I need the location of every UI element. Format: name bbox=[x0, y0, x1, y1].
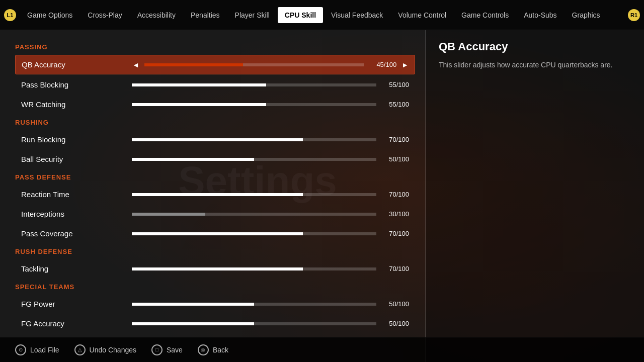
slider-container-run-blocking: 70/100 bbox=[132, 136, 409, 143]
setting-name-tackling: Tackling bbox=[21, 264, 132, 273]
setting-row-tackling[interactable]: Tackling70/100 bbox=[15, 259, 415, 278]
section-header-rush-defense: RUSH DEFENSE bbox=[15, 248, 415, 255]
save-label: Save bbox=[167, 346, 183, 354]
slider-track-tackling[interactable] bbox=[132, 267, 376, 270]
slider-container-pass-blocking: 55/100 bbox=[132, 81, 409, 88]
slider-value-reaction-time: 70/100 bbox=[381, 191, 409, 198]
slider-value-fg-accuracy: 50/100 bbox=[381, 320, 409, 327]
section-passing: PASSINGQB Accuracy◄45/100►Pass Blocking5… bbox=[15, 43, 415, 114]
back-icon: ◎ bbox=[198, 344, 209, 355]
slider-track-fg-accuracy[interactable] bbox=[132, 322, 376, 325]
section-header-pass-defense: PASS DEFENSE bbox=[15, 173, 415, 181]
nav-item-auto-subs[interactable]: Auto-Subs bbox=[517, 7, 564, 23]
slider-value-run-blocking: 70/100 bbox=[381, 136, 409, 143]
load-file-label: Load File bbox=[30, 346, 59, 354]
setting-row-qb-accuracy[interactable]: QB Accuracy◄45/100► bbox=[15, 55, 415, 74]
setting-name-interceptions: Interceptions bbox=[21, 210, 132, 218]
slider-container-interceptions: 30/100 bbox=[132, 210, 409, 218]
section-header-rushing: RUSHING bbox=[15, 119, 415, 126]
bottom-action-load-file[interactable]: ⊙Load File bbox=[15, 344, 59, 355]
setting-row-run-blocking[interactable]: Run Blocking70/100 bbox=[15, 130, 415, 149]
nav-item-penalties[interactable]: Penalties bbox=[184, 7, 227, 23]
slider-fill-ball-security bbox=[132, 158, 254, 161]
nav-item-volume-control[interactable]: Volume Control bbox=[391, 7, 453, 23]
setting-row-fg-accuracy[interactable]: FG Accuracy50/100 bbox=[15, 314, 415, 333]
slider-fill-pass-coverage bbox=[132, 232, 303, 235]
slider-value-qb-accuracy: 45/100 bbox=[369, 61, 396, 68]
slider-value-interceptions: 30/100 bbox=[381, 210, 409, 218]
setting-name-fg-accuracy: FG Accuracy bbox=[21, 319, 132, 328]
slider-fill-fg-power bbox=[132, 303, 254, 306]
setting-row-reaction-time[interactable]: Reaction Time70/100 bbox=[15, 185, 415, 204]
slider-fill-run-blocking bbox=[132, 138, 303, 141]
nav-item-cpu-skill[interactable]: CPU Skill bbox=[278, 7, 323, 23]
load-file-icon: ⊙ bbox=[15, 344, 26, 355]
slider-fill-qb-accuracy bbox=[144, 63, 243, 66]
slider-track-pass-blocking[interactable] bbox=[132, 83, 376, 86]
section-special-teams: Special TeamsFG Power50/100FG Accuracy50… bbox=[15, 283, 415, 333]
slider-track-ball-security[interactable] bbox=[132, 158, 376, 161]
slider-container-fg-power: 50/100 bbox=[132, 300, 409, 308]
main-content: PASSINGQB Accuracy◄45/100►Pass Blocking5… bbox=[0, 30, 644, 362]
setting-row-wr-catching[interactable]: WR Catching55/100 bbox=[15, 95, 415, 114]
back-label: Back bbox=[213, 346, 228, 354]
slider-value-wr-catching: 55/100 bbox=[381, 101, 409, 108]
slider-fill-tackling bbox=[132, 267, 303, 270]
nav-item-accessibility[interactable]: Accessibility bbox=[130, 7, 183, 23]
slider-value-ball-security: 50/100 bbox=[381, 155, 409, 163]
slider-value-pass-coverage: 70/100 bbox=[381, 230, 409, 237]
info-panel: QB Accuracy This slider adjusts how accu… bbox=[426, 30, 644, 362]
slider-track-interceptions[interactable] bbox=[132, 213, 376, 216]
setting-row-ball-security[interactable]: Ball Security50/100 bbox=[15, 150, 415, 168]
slider-fill-wr-catching bbox=[132, 103, 266, 106]
slider-track-reaction-time[interactable] bbox=[132, 193, 376, 196]
slider-track-run-blocking[interactable] bbox=[132, 138, 376, 141]
slider-track-fg-power[interactable] bbox=[132, 303, 376, 306]
setting-name-pass-coverage: Pass Coverage bbox=[21, 229, 132, 238]
slider-container-fg-accuracy: 50/100 bbox=[132, 320, 409, 327]
setting-name-reaction-time: Reaction Time bbox=[21, 190, 132, 199]
bottom-action-undo-changes[interactable]: △Undo Changes bbox=[74, 344, 136, 355]
slider-value-pass-blocking: 55/100 bbox=[381, 81, 409, 88]
setting-name-wr-catching: WR Catching bbox=[21, 100, 132, 109]
slider-container-wr-catching: 55/100 bbox=[132, 101, 409, 108]
nav-item-cross-play[interactable]: Cross-Play bbox=[80, 7, 129, 23]
setting-row-fg-power[interactable]: FG Power50/100 bbox=[15, 295, 415, 313]
slider-container-pass-coverage: 70/100 bbox=[132, 230, 409, 237]
info-title: QB Accuracy bbox=[439, 40, 631, 53]
nav-item-visual-feedback[interactable]: Visual Feedback bbox=[324, 7, 390, 23]
slider-value-tackling: 70/100 bbox=[381, 265, 409, 273]
slider-fill-pass-blocking bbox=[132, 83, 266, 86]
slider-right-arrow-qb-accuracy[interactable]: ► bbox=[401, 61, 409, 69]
slider-fill-fg-accuracy bbox=[132, 322, 254, 325]
nav-item-graphics[interactable]: Graphics bbox=[565, 7, 607, 23]
slider-track-qb-accuracy[interactable] bbox=[144, 63, 364, 66]
section-rushing: RUSHINGRun Blocking70/100Ball Security50… bbox=[15, 119, 415, 168]
slider-container-reaction-time: 70/100 bbox=[132, 191, 409, 198]
setting-name-pass-blocking: Pass Blocking bbox=[21, 80, 132, 89]
bottom-action-back[interactable]: ◎Back bbox=[198, 344, 228, 355]
section-rush-defense: RUSH DEFENSETackling70/100 bbox=[15, 248, 415, 278]
nav-item-game-controls[interactable]: Game Controls bbox=[454, 7, 516, 23]
slider-container-ball-security: 50/100 bbox=[132, 155, 409, 163]
nav-item-player-skill[interactable]: Player Skill bbox=[228, 7, 277, 23]
setting-row-interceptions[interactable]: Interceptions30/100 bbox=[15, 205, 415, 223]
undo-changes-icon: △ bbox=[74, 344, 86, 355]
setting-row-pass-coverage[interactable]: Pass Coverage70/100 bbox=[15, 224, 415, 243]
r1-badge: R1 bbox=[628, 9, 640, 21]
slider-left-arrow-qb-accuracy[interactable]: ◄ bbox=[132, 61, 139, 69]
setting-name-ball-security: Ball Security bbox=[21, 155, 132, 163]
section-pass-defense: PASS DEFENSEReaction Time70/100Intercept… bbox=[15, 173, 415, 243]
bottom-action-save[interactable]: □Save bbox=[151, 344, 183, 355]
slider-track-wr-catching[interactable] bbox=[132, 103, 376, 106]
nav-item-game-options[interactable]: Game Options bbox=[20, 7, 79, 23]
slider-fill-reaction-time bbox=[132, 193, 303, 196]
setting-name-qb-accuracy: QB Accuracy bbox=[22, 60, 132, 69]
section-header-special-teams: Special Teams bbox=[15, 283, 415, 291]
setting-name-run-blocking: Run Blocking bbox=[21, 135, 132, 144]
setting-row-pass-blocking[interactable]: Pass Blocking55/100 bbox=[15, 75, 415, 94]
settings-panel: PASSINGQB Accuracy◄45/100►Pass Blocking5… bbox=[0, 30, 425, 362]
slider-container-tackling: 70/100 bbox=[132, 265, 409, 273]
slider-track-pass-coverage[interactable] bbox=[132, 232, 376, 235]
l1-badge: L1 bbox=[4, 9, 16, 21]
